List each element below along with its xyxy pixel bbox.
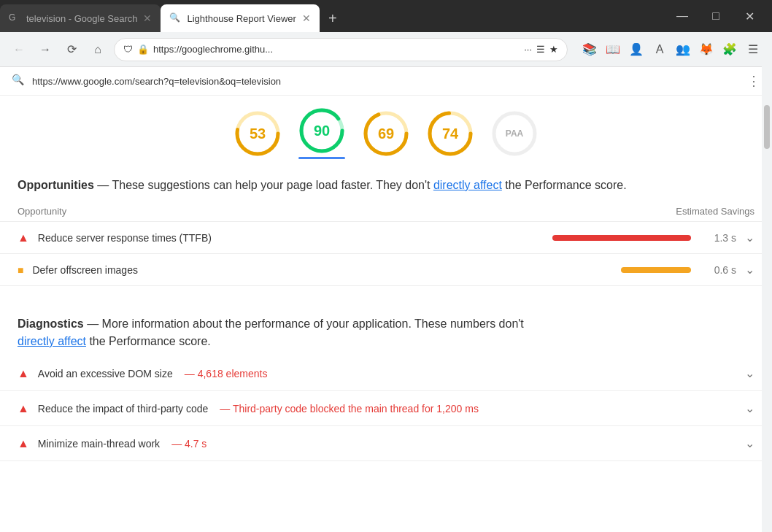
diag-row-dom[interactable]: ▲ Avoid an excessive DOM size — 4,618 el… xyxy=(0,356,772,391)
defer-savings: 0.6 s xyxy=(700,264,736,276)
defer-chevron: ⌄ xyxy=(745,263,754,277)
audit-row-ttfb[interactable]: ▲ Reduce server response times (TTFB) 1.… xyxy=(0,222,772,254)
ttfb-chevron: ⌄ xyxy=(745,231,754,244)
forward-button[interactable]: → xyxy=(35,39,55,60)
info-bar-favicon: 🔍 xyxy=(12,74,26,88)
account-icon[interactable]: 👤 xyxy=(626,39,646,60)
close-button[interactable]: ✕ xyxy=(733,2,766,30)
tab-lighthouse-close[interactable]: ✕ xyxy=(302,12,311,24)
main-content: 53 90 xyxy=(0,96,772,532)
info-bar-menu[interactable]: ⋮ xyxy=(747,73,760,89)
score-69-value: 69 xyxy=(378,125,394,142)
menu-icon[interactable]: ☰ xyxy=(743,39,763,60)
maximize-button[interactable]: □ xyxy=(699,2,733,30)
tab-google-close[interactable]: ✕ xyxy=(143,12,152,24)
dom-label: Avoid an excessive DOM size xyxy=(38,368,173,379)
score-paa-value: PAA xyxy=(506,128,523,139)
library-icon[interactable]: 📚 xyxy=(579,39,600,60)
defer-label: Defer offscreen images xyxy=(32,264,612,276)
dom-icon: ▲ xyxy=(18,367,29,380)
info-bar-url: https://www.google.com/search?q=televisi… xyxy=(32,76,741,87)
ttfb-label: Reduce server response times (TTFB) xyxy=(38,232,544,244)
ttfb-icon: ▲ xyxy=(18,231,29,244)
tab-lighthouse[interactable]: 🔍 Lighthouse Report Viewer ✕ xyxy=(161,4,319,32)
diag-row-main-thread[interactable]: ▲ Minimize main-thread work — 4.7 s ⌄ xyxy=(0,426,772,461)
translate-icon[interactable]: A xyxy=(649,39,670,60)
tab-google-favicon: G xyxy=(9,12,20,24)
opportunities-description: Opportunities — These suggestions can he… xyxy=(18,177,754,194)
score-74-value: 74 xyxy=(442,125,458,142)
score-paa[interactable]: PAA xyxy=(491,110,538,157)
col-opportunity: Opportunity xyxy=(18,206,66,217)
home-button[interactable]: ⌂ xyxy=(88,39,108,60)
opportunities-title: Opportunities xyxy=(18,179,94,191)
opportunities-table-header: Opportunity Estimated Savings xyxy=(0,200,772,222)
reader-icon[interactable]: 📖 xyxy=(603,39,623,60)
scores-row: 53 90 xyxy=(0,96,772,165)
tab-lighthouse-favicon: 🔍 xyxy=(169,12,181,24)
url-text: https://googlechrome.githu... xyxy=(153,44,273,55)
ttfb-savings: 1.3 s xyxy=(700,232,736,244)
minimize-button[interactable]: — xyxy=(665,2,699,30)
diagnostics-section: Diagnostics — More information about the… xyxy=(0,304,772,350)
third-party-label: Reduce the impact of third-party code xyxy=(38,403,208,415)
score-69[interactable]: 69 xyxy=(363,110,409,157)
third-party-detail: — Third-party code blocked the main thre… xyxy=(220,403,479,415)
score-53[interactable]: 53 xyxy=(234,110,281,157)
diagnostics-description: Diagnostics — More information about the… xyxy=(18,315,754,350)
dom-detail: — 4,618 elements xyxy=(185,368,268,379)
active-tab-indicator xyxy=(298,157,345,159)
dom-chevron: ⌄ xyxy=(745,366,754,380)
defer-bar xyxy=(621,267,691,273)
info-bar: 🔍 https://www.google.com/search?q=televi… xyxy=(0,67,772,96)
url-input[interactable]: 🛡 🔒 https://googlechrome.githu... ··· ☰ … xyxy=(114,38,568,61)
main-thread-detail: — 4.7 s xyxy=(171,438,206,450)
avatar-icon[interactable]: 🦊 xyxy=(696,39,717,60)
diagnostics-directly-affect-link[interactable]: directly affect xyxy=(18,335,86,347)
scrollbar[interactable] xyxy=(762,32,772,532)
score-90-value: 90 xyxy=(314,123,330,139)
shield-icon: 🛡 xyxy=(123,44,133,55)
tab-google-label: television - Google Search xyxy=(26,13,137,24)
audit-row-defer[interactable]: ■ Defer offscreen images 0.6 s ⌄ xyxy=(0,254,772,286)
main-thread-icon: ▲ xyxy=(18,437,29,450)
back-button[interactable]: ← xyxy=(9,39,29,60)
col-savings: Estimated Savings xyxy=(676,206,754,217)
tab-google[interactable]: G television - Google Search ✕ xyxy=(0,4,161,32)
score-53-value: 53 xyxy=(250,125,266,142)
main-thread-label: Minimize main-thread work xyxy=(38,438,160,450)
main-thread-chevron: ⌄ xyxy=(745,436,754,450)
diag-row-third-party[interactable]: ▲ Reduce the impact of third-party code … xyxy=(0,391,772,426)
new-tab-button[interactable]: + xyxy=(320,4,346,32)
lock-icon: 🔒 xyxy=(137,44,149,55)
sync-icon[interactable]: 👥 xyxy=(673,39,693,60)
opportunities-section: Opportunities — These suggestions can he… xyxy=(0,165,772,194)
score-90[interactable]: 90 xyxy=(298,107,345,154)
ttfb-bar xyxy=(552,235,691,241)
bookmark-icon[interactable]: ★ xyxy=(549,44,558,55)
gap-divider xyxy=(0,286,772,304)
reader-mode-icon[interactable]: ☰ xyxy=(536,44,545,55)
tab-lighthouse-label: Lighthouse Report Viewer xyxy=(187,13,296,24)
defer-icon: ■ xyxy=(18,264,23,276)
third-party-icon: ▲ xyxy=(18,402,29,415)
more-icon[interactable]: ··· xyxy=(524,44,532,55)
diagnostics-title: Diagnostics xyxy=(18,317,84,330)
reload-button[interactable]: ⟳ xyxy=(61,39,82,60)
directly-affect-link[interactable]: directly affect xyxy=(433,179,502,191)
extensions-icon[interactable]: 🧩 xyxy=(719,39,740,60)
third-party-chevron: ⌄ xyxy=(745,401,754,415)
defer-bar-container: 0.6 s xyxy=(621,264,736,276)
score-74[interactable]: 74 xyxy=(427,110,474,157)
ttfb-bar-container: 1.3 s xyxy=(552,232,736,244)
scrollbar-thumb[interactable] xyxy=(764,105,770,149)
address-bar: ← → ⟳ ⌂ 🛡 🔒 https://googlechrome.githu..… xyxy=(0,32,772,67)
